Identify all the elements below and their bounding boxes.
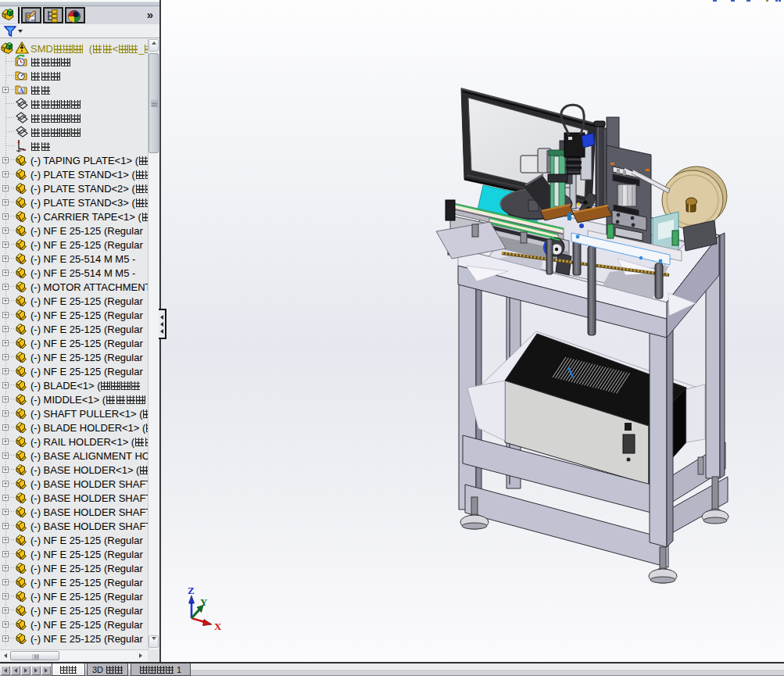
- svg-text:Y: Y: [200, 596, 208, 608]
- svg-text:X: X: [214, 621, 222, 632]
- svg-text:Z: Z: [188, 585, 195, 596]
